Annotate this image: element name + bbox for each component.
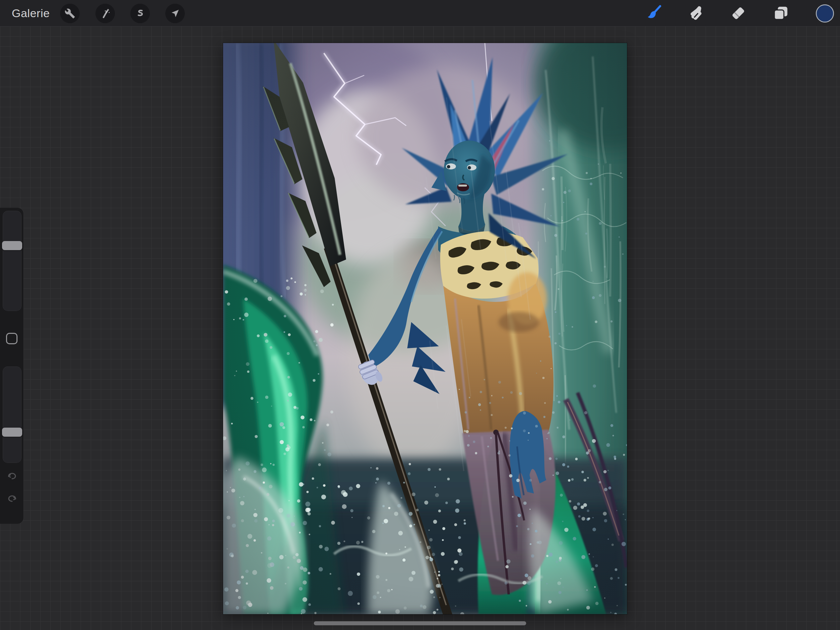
transform-arrow-icon <box>170 8 180 19</box>
redo-button[interactable] <box>6 493 18 503</box>
modify-button[interactable] <box>6 333 17 344</box>
actions-button[interactable] <box>60 4 80 23</box>
transform-button[interactable] <box>165 4 185 23</box>
artwork-svg <box>223 43 627 614</box>
layers-icon <box>772 4 790 22</box>
smudge-tool-button[interactable] <box>685 3 706 23</box>
eraser-icon <box>729 4 747 22</box>
undo-icon <box>6 471 18 481</box>
opacity-slider[interactable] <box>3 366 22 463</box>
sidebar-panel <box>0 208 24 524</box>
wrench-icon <box>65 8 75 19</box>
opacity-handle[interactable] <box>2 427 22 437</box>
home-indicator[interactable] <box>314 621 526 625</box>
paintbrush-icon <box>644 4 662 22</box>
procreate-app: Galerie <box>0 0 840 630</box>
drawing-canvas[interactable] <box>223 43 627 614</box>
brush-size-slider[interactable] <box>3 211 22 311</box>
magic-wand-icon <box>100 8 111 19</box>
color-swatch[interactable] <box>816 5 834 22</box>
gallery-label: Galerie <box>12 7 50 20</box>
selection-button[interactable] <box>130 4 150 23</box>
smudge-finger-icon <box>687 4 704 22</box>
layers-button[interactable] <box>771 3 791 23</box>
undo-button[interactable] <box>6 471 18 481</box>
adjustments-button[interactable] <box>95 4 115 23</box>
gallery-button[interactable]: Galerie <box>12 0 50 26</box>
erase-tool-button[interactable] <box>728 3 748 23</box>
selection-s-icon <box>135 8 145 19</box>
redo-icon <box>6 493 18 503</box>
top-toolbar: Galerie <box>0 0 840 27</box>
brush-size-handle[interactable] <box>2 241 22 250</box>
paint-tool-button[interactable] <box>643 3 663 23</box>
